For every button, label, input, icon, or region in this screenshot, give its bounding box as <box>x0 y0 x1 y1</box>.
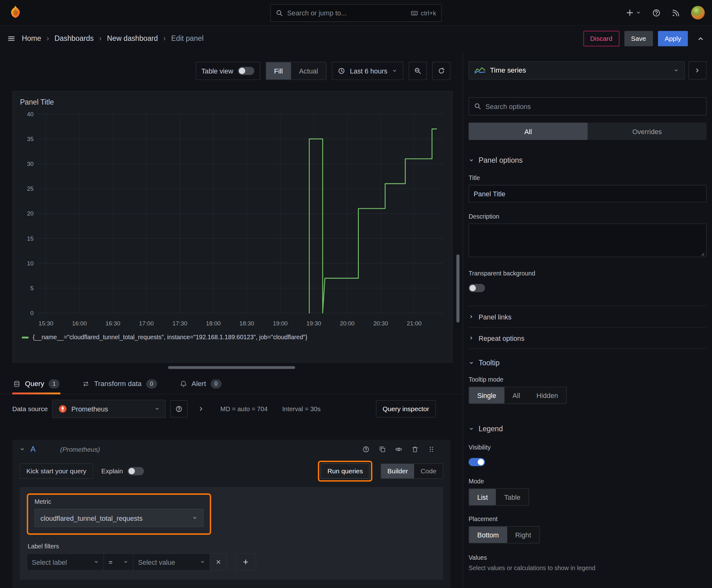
toggle-viz-picker-button[interactable] <box>688 61 707 80</box>
explain-toggle[interactable] <box>127 467 144 475</box>
options-search-box[interactable] <box>469 97 707 115</box>
add-filter-button[interactable] <box>235 553 256 571</box>
grafana-logo-icon[interactable] <box>7 4 24 21</box>
svg-text:20:30: 20:30 <box>373 320 388 327</box>
horizontal-scrollbar[interactable] <box>168 366 295 369</box>
transform-icon <box>82 380 89 387</box>
legend-mode-table[interactable]: Table <box>496 489 528 505</box>
save-button[interactable]: Save <box>624 31 653 46</box>
legend-visibility-toggle[interactable] <box>469 458 485 466</box>
svg-text:30: 30 <box>27 161 34 167</box>
breadcrumb-separator: › <box>47 35 49 43</box>
drag-grip-icon[interactable] <box>428 446 435 453</box>
query-inspector-button[interactable]: Query inspector <box>376 400 436 417</box>
preview-toolbar: Table view Fill Actual Last 6 hours <box>0 62 451 80</box>
legend-section-header[interactable]: Legend <box>469 425 707 433</box>
datasource-label: Data source <box>12 405 48 413</box>
time-range-picker[interactable]: Last 6 hours <box>332 62 403 80</box>
remove-filter-button[interactable] <box>210 553 227 571</box>
panel-preview: Panel Title 051015202530354015:3016:0016… <box>12 91 453 362</box>
chevron-down-icon <box>392 68 397 74</box>
legend-placement-bottom[interactable]: Bottom <box>469 526 507 543</box>
code-option[interactable]: Code <box>414 464 443 478</box>
table-view-control: Table view <box>196 62 260 80</box>
time-series-chart[interactable]: 051015202530354015:3016:0016:3017:0017:3… <box>17 109 447 332</box>
fill-option[interactable]: Fill <box>266 62 291 80</box>
expand-chevron-right-icon[interactable] <box>197 405 205 413</box>
collapse-chevron-up-icon[interactable] <box>697 35 705 43</box>
tooltip-mode-hidden[interactable]: Hidden <box>528 387 566 403</box>
breadcrumb-home[interactable]: Home <box>22 35 41 43</box>
top-nav-actions <box>626 6 705 19</box>
metric-select[interactable]: cloudflared_tunnel_total_requests <box>35 509 203 527</box>
visualization-picker[interactable]: Time series <box>469 61 685 80</box>
resize-grip-icon[interactable] <box>699 250 705 257</box>
metric-label: Metric <box>35 499 203 505</box>
description-field-label: Description <box>469 213 707 220</box>
chevron-down-icon <box>200 560 205 565</box>
vertical-scrollbar[interactable] <box>456 254 459 322</box>
repeat-options-section[interactable]: Repeat options <box>469 328 707 349</box>
legend-placement-right[interactable]: Right <box>507 526 539 543</box>
tooltip-mode-single[interactable]: Single <box>469 387 504 403</box>
datasource-help-button[interactable] <box>170 400 188 417</box>
plus-icon <box>626 8 634 17</box>
hide-query-eye-icon[interactable] <box>395 446 402 453</box>
tab-query[interactable]: Query 1 <box>12 374 61 394</box>
tooltip-section-header[interactable]: Tooltip <box>469 359 707 367</box>
delete-query-trash-icon[interactable] <box>411 446 418 453</box>
kick-start-query-button[interactable]: Kick start your query <box>19 463 93 479</box>
actual-option[interactable]: Actual <box>291 62 326 80</box>
table-view-toggle[interactable] <box>238 67 254 75</box>
tab-transform-data[interactable]: Transform data 0 <box>81 374 158 394</box>
breadcrumb: Home › Dashboards › New dashboard › Edit… <box>22 35 203 43</box>
breadcrumb-new-dashboard[interactable]: New dashboard <box>107 35 158 43</box>
query-help-icon[interactable] <box>362 446 369 453</box>
panel-links-section[interactable]: Panel links <box>469 306 707 327</box>
svg-text:40: 40 <box>27 111 34 118</box>
svg-text:18:00: 18:00 <box>206 320 221 327</box>
refresh-button[interactable] <box>432 62 451 80</box>
zoom-out-button[interactable] <box>409 62 427 80</box>
apply-button[interactable]: Apply <box>658 31 688 46</box>
builder-option[interactable]: Builder <box>381 464 414 478</box>
duplicate-query-icon[interactable] <box>379 446 386 453</box>
svg-text:15: 15 <box>27 235 34 242</box>
legend-values-label: Values <box>469 554 707 561</box>
run-queries-button[interactable]: Run queries <box>321 463 369 479</box>
tooltip-mode-all[interactable]: All <box>504 387 528 403</box>
panel-title-input[interactable] <box>469 185 707 202</box>
select-label-dropdown[interactable]: Select label <box>27 553 104 571</box>
clock-icon <box>338 67 345 75</box>
visualization-picker-row: Time series <box>469 61 707 80</box>
alert-count-badge: 0 <box>211 379 222 388</box>
breadcrumb-dashboards[interactable]: Dashboards <box>55 35 94 43</box>
global-search-box[interactable]: ctrl+k <box>270 4 441 22</box>
hamburger-menu-icon[interactable] <box>7 35 15 43</box>
legend-series-label[interactable]: {__name__="cloudflared_tunnel_total_requ… <box>33 334 307 341</box>
datasource-row: Data source Prometheus MD = auto = 704 I… <box>12 400 451 418</box>
tab-alert[interactable]: Alert 0 <box>179 374 222 394</box>
chevron-down-icon <box>469 426 474 432</box>
tab-all-options[interactable]: All <box>469 123 588 140</box>
svg-text:17:00: 17:00 <box>139 320 154 327</box>
max-data-points-stat: MD = auto = 704 <box>220 405 268 413</box>
discard-button[interactable]: Discard <box>583 31 619 46</box>
description-textarea[interactable] <box>469 224 707 257</box>
tab-overrides[interactable]: Overrides <box>588 123 707 140</box>
global-search-input[interactable] <box>287 9 407 17</box>
datasource-picker[interactable]: Prometheus <box>52 400 166 418</box>
panel-options-section-header[interactable]: Panel options <box>469 156 707 165</box>
select-value-dropdown[interactable]: Select value <box>133 553 210 571</box>
legend-mode-list[interactable]: List <box>469 489 496 505</box>
user-avatar[interactable] <box>691 6 705 19</box>
help-icon[interactable] <box>652 8 661 17</box>
operator-dropdown[interactable]: = <box>104 553 133 571</box>
query-row-header[interactable]: A (Prometheus) <box>12 440 451 459</box>
collapse-chevron-down-icon[interactable] <box>19 447 25 452</box>
new-menu-button[interactable] <box>626 8 641 17</box>
transparent-background-toggle[interactable] <box>469 284 485 292</box>
news-rss-icon[interactable] <box>671 8 680 17</box>
options-search-input[interactable] <box>486 102 701 110</box>
panel-title[interactable]: Panel Title <box>13 91 452 107</box>
